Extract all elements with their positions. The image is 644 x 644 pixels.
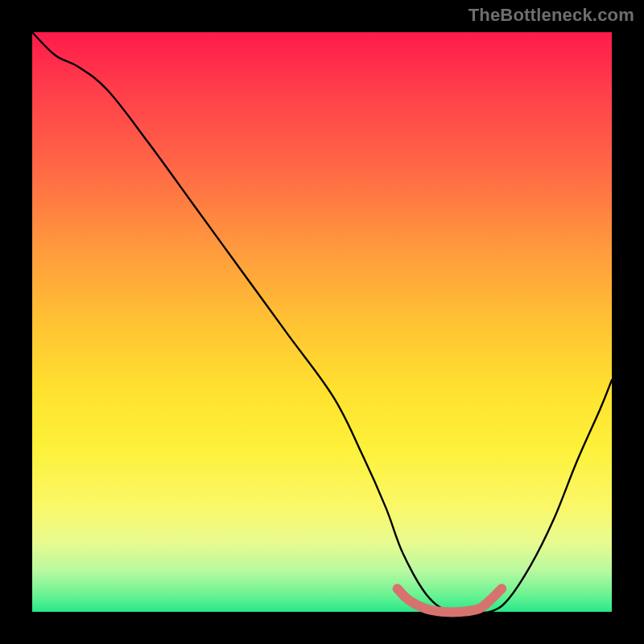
optimal-range-highlight [398, 588, 502, 612]
plot-area [32, 32, 612, 612]
bottleneck-curve [32, 32, 612, 613]
watermark-text: TheBottleneck.com [469, 5, 634, 26]
chart-svg [32, 32, 612, 612]
chart-frame: TheBottleneck.com [0, 0, 644, 644]
